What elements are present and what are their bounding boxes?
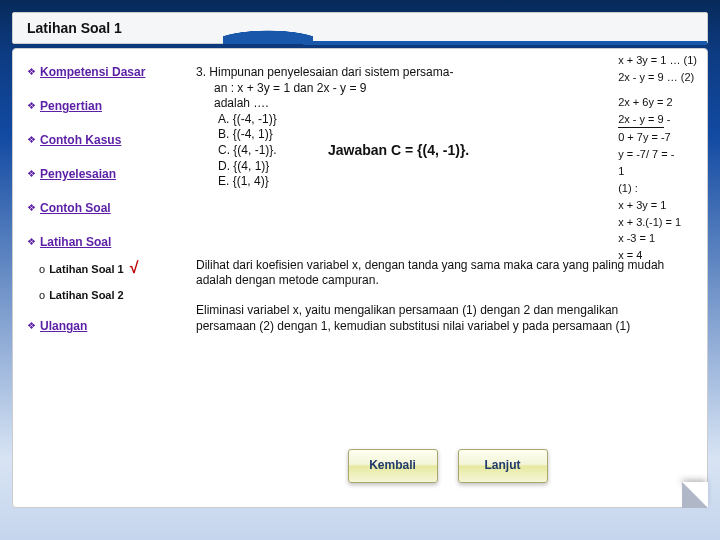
option-a: A. {(-4, -1)} [218,112,526,128]
nav-buttons: Kembali Lanjut [348,449,548,483]
sidebar-label: Penyelesaian [40,167,116,181]
check-icon: √ [130,259,139,277]
sidebar-label: Kompetensi Dasar [40,65,145,79]
eq-line: 1 [618,164,697,179]
sidebar-item-penyelesaian[interactable]: ❖ Penyelesaian [27,167,184,181]
option-d: D. {(4, 1)} [218,159,526,175]
eq-line: 2x - y = 9 … (2) [618,70,697,85]
sidebar-item-kompetensi[interactable]: ❖ Kompetensi Dasar [27,65,184,79]
question-line: adalah …. [214,96,526,112]
title-decor-curve [223,22,313,44]
bullet-diamond-icon: ❖ [27,66,36,77]
sidebar-item-contoh-kasus[interactable]: ❖ Contoh Kasus [27,133,184,147]
sidebar-sub-latihan-2[interactable]: o Latihan Soal 2 [39,289,184,301]
slide-title-bar: Latihan Soal 1 [12,12,708,44]
bullet-diamond-icon: ❖ [27,134,36,145]
main-panel: ❖ Kompetensi Dasar ❖ Pengertian ❖ Contoh… [12,48,708,508]
bullet-circle-icon: o [39,289,45,301]
eq-line: 2x - y = 9 - [618,112,697,129]
button-label: Kembali [369,458,416,474]
eq-line: x + 3.(-1) = 1 [618,215,697,230]
sidebar-sub-label: Latihan Soal 1 [49,263,124,275]
answer-text: Jawaban C = {(4, -1)}. [328,141,469,159]
explanation-2: Eliminasi variabel x, yaitu mengalikan p… [196,303,676,334]
sidebar-sub-label: Latihan Soal 2 [49,289,124,301]
sidebar-item-ulangan[interactable]: ❖ Ulangan [27,319,184,333]
sidebar-label: Latihan Soal [40,235,111,249]
eq-line: (1) : [618,181,697,196]
sidebar-item-pengertian[interactable]: ❖ Pengertian [27,99,184,113]
bullet-diamond-icon: ❖ [27,320,36,331]
next-button[interactable]: Lanjut [458,449,548,483]
option-e: E. {(1, 4)} [218,174,526,190]
sidebar: ❖ Kompetensi Dasar ❖ Pengertian ❖ Contoh… [13,49,188,507]
explanation-1: Dilihat dari koefisien variabel x, denga… [196,258,676,289]
sidebar-label: Ulangan [40,319,87,333]
question-line: an : x + 3y = 1 dan 2x - y = 9 [214,81,526,97]
sidebar-item-contoh-soal[interactable]: ❖ Contoh Soal [27,201,184,215]
spacer [618,87,697,93]
back-button[interactable]: Kembali [348,449,438,483]
minus-sign: - [667,113,671,125]
eq-line: x + 3y = 1 [618,198,697,213]
sidebar-item-latihan-soal[interactable]: ❖ Latihan Soal [27,235,184,249]
sidebar-label: Contoh Kasus [40,133,121,147]
bullet-diamond-icon: ❖ [27,202,36,213]
eq-line: x = 4 [618,248,697,263]
eq-text: 2x - y = 9 [618,112,664,129]
worked-solution: x + 3y = 1 … (1) 2x - y = 9 … (2) 2x + 6… [618,53,697,265]
bullet-circle-icon: o [39,263,45,275]
sidebar-sub-latihan-1[interactable]: o Latihan Soal 1 √ [39,259,184,277]
bullet-diamond-icon: ❖ [27,236,36,247]
eq-line: x -3 = 1 [618,231,697,246]
title-decor-bar [303,41,707,45]
eq-line: y = -7/ 7 = - [618,147,697,162]
eq-line: 2x + 6y = 2 [618,95,697,110]
eq-line: 0 + 7y = -7 [618,130,697,145]
question-line: 3. Himpunan penyelesaian dari sistem per… [196,65,526,81]
sidebar-label: Contoh Soal [40,201,111,215]
sidebar-label: Pengertian [40,99,102,113]
bullet-diamond-icon: ❖ [27,168,36,179]
button-label: Lanjut [485,458,521,474]
eq-line: x + 3y = 1 … (1) [618,53,697,68]
bullet-diamond-icon: ❖ [27,100,36,111]
page-curl-icon [682,482,708,508]
question-block: 3. Himpunan penyelesaian dari sistem per… [196,65,526,190]
slide-title: Latihan Soal 1 [27,20,122,36]
content-area: 3. Himpunan penyelesaian dari sistem per… [188,49,707,507]
